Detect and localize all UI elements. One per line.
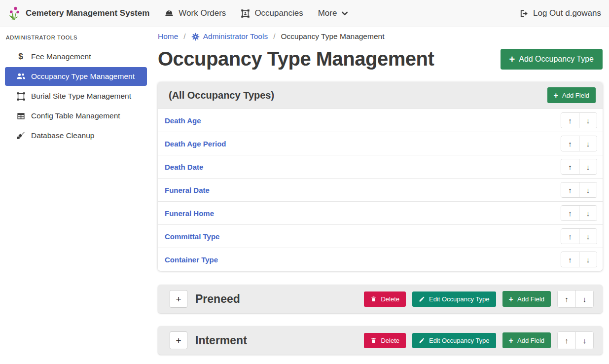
sidebar-item-fee-management[interactable]: $ Fee Management <box>5 47 147 66</box>
occupancy-type-section-interment: + Interment Delete <box>158 326 603 355</box>
plus-icon: + <box>509 54 515 64</box>
tulip-logo-icon <box>8 6 21 21</box>
field-link[interactable]: Death Date <box>165 163 203 171</box>
app-brand[interactable]: Cemetery Management System <box>8 6 149 21</box>
expand-section-button[interactable]: + <box>170 290 187 308</box>
breadcrumb-home-link[interactable]: Home <box>158 32 178 41</box>
field-row: Container Type ↑ ↓ <box>158 248 603 271</box>
nav-item-occupancies[interactable]: Occupancies <box>241 8 303 18</box>
field-link[interactable]: Container Type <box>165 255 218 264</box>
move-up-button[interactable]: ↑ <box>561 136 579 151</box>
field-row: Death Age Period ↑ ↓ <box>158 132 603 155</box>
move-down-button[interactable]: ↓ <box>579 136 597 151</box>
hard-hat-icon <box>164 8 174 18</box>
reorder-buttons: ↑ ↓ <box>561 182 597 198</box>
edit-occupancy-type-button[interactable]: Edit Occupancy Type <box>412 291 496 307</box>
reorder-buttons: ↑ ↓ <box>561 136 597 151</box>
card-header: (All Occupancy Types) + Add Field <box>158 82 603 109</box>
field-link[interactable]: Committal Type <box>165 232 219 241</box>
field-row: Committal Type ↑ ↓ <box>158 224 603 248</box>
sidebar-item-label: Occupancy Type Management <box>31 72 135 81</box>
field-row: Funeral Home ↑ ↓ <box>158 201 603 224</box>
pencil-icon <box>419 296 425 302</box>
move-down-button[interactable]: ↓ <box>579 113 597 128</box>
reorder-buttons: ↑ ↓ <box>561 252 597 267</box>
card-title: (All Occupancy Types) <box>169 90 274 101</box>
reorder-buttons: ↑ ↓ <box>561 159 597 175</box>
nav-item-work-orders[interactable]: Work Orders <box>164 8 226 18</box>
sidebar-item-label: Config Table Management <box>31 111 120 120</box>
delete-occupancy-type-button[interactable]: Delete <box>364 333 406 348</box>
move-down-button[interactable]: ↓ <box>579 252 597 267</box>
sidebar-heading: ADMINISTRATOR TOOLS <box>0 31 153 47</box>
users-icon <box>15 72 27 81</box>
move-up-button[interactable]: ↑ <box>561 252 579 267</box>
reorder-buttons: ↑ ↓ <box>561 112 597 128</box>
nav-item-label: Work Orders <box>179 8 226 18</box>
move-up-button[interactable]: ↑ <box>561 159 579 174</box>
occupancy-type-section-preneed: + Preneed Delete <box>158 285 603 313</box>
reorder-buttons: ↑ ↓ <box>557 331 594 349</box>
section-title: Preneed <box>195 292 240 306</box>
breadcrumb-separator: / <box>273 32 275 41</box>
add-field-button[interactable]: + Add Field <box>502 291 551 307</box>
breadcrumb-current: Occupancy Type Management <box>281 32 385 41</box>
move-down-button[interactable]: ↓ <box>575 291 593 307</box>
table-icon <box>15 111 27 121</box>
field-link[interactable]: Death Age <box>165 116 201 125</box>
move-up-button[interactable]: ↑ <box>558 291 575 307</box>
reorder-buttons: ↑ ↓ <box>561 205 597 221</box>
move-down-button[interactable]: ↓ <box>579 159 597 174</box>
sidebar-item-occupancy-type-management[interactable]: Occupancy Type Management <box>5 67 147 86</box>
logout-button[interactable]: Log Out d.gowans <box>519 8 601 18</box>
sidebar-item-label: Database Cleanup <box>31 131 94 140</box>
reorder-buttons: ↑ ↓ <box>557 290 594 308</box>
move-down-button[interactable]: ↓ <box>579 229 597 244</box>
all-occupancy-types-card: (All Occupancy Types) + Add Field Death … <box>158 82 603 271</box>
move-up-button[interactable]: ↑ <box>561 206 579 220</box>
broom-icon <box>15 131 27 141</box>
move-down-button[interactable]: ↓ <box>579 206 597 220</box>
sidebar-item-label: Burial Site Type Management <box>31 92 131 101</box>
field-link[interactable]: Funeral Home <box>165 209 214 218</box>
dollar-icon: $ <box>15 52 27 62</box>
expand-section-button[interactable]: + <box>170 331 187 349</box>
sidebar-item-burial-site-type-management[interactable]: Burial Site Type Management <box>5 87 147 106</box>
field-link[interactable]: Death Age Period <box>165 140 226 148</box>
move-up-button[interactable]: ↑ <box>561 229 579 244</box>
edit-occupancy-type-button[interactable]: Edit Occupancy Type <box>412 333 496 348</box>
sidebar-item-config-table-management[interactable]: Config Table Management <box>5 107 147 125</box>
main-content: Home / <box>153 27 609 364</box>
sidebar-item-label: Fee Management <box>31 52 91 61</box>
reorder-buttons: ↑ ↓ <box>561 228 597 244</box>
trash-icon <box>370 295 377 302</box>
chevron-down-icon <box>341 10 348 17</box>
pencil-icon <box>419 337 425 344</box>
move-up-button[interactable]: ↑ <box>558 332 575 349</box>
field-row: Funeral Date ↑ ↓ <box>158 178 603 201</box>
breadcrumb-admin-tools-link[interactable]: Administrator Tools <box>191 32 268 41</box>
plus-icon: + <box>509 295 514 303</box>
trash-icon <box>370 337 377 344</box>
app-title: Cemetery Management System <box>26 8 149 18</box>
move-down-button[interactable]: ↓ <box>579 182 597 197</box>
logout-label: Log Out d.gowans <box>533 8 601 18</box>
add-field-button[interactable]: + Add Field <box>547 87 596 103</box>
field-link[interactable]: Funeral Date <box>165 186 210 194</box>
move-up-button[interactable]: ↑ <box>561 113 579 128</box>
sidebar-item-database-cleanup[interactable]: Database Cleanup <box>5 126 147 145</box>
delete-occupancy-type-button[interactable]: Delete <box>364 291 406 307</box>
top-navbar: Cemetery Management System Work Orders <box>0 0 609 27</box>
field-row: Death Date ↑ ↓ <box>158 155 603 178</box>
breadcrumb: Home / <box>158 32 603 41</box>
section-title: Interment <box>195 334 247 347</box>
field-row: Death Age ↑ ↓ <box>158 109 603 132</box>
add-field-button[interactable]: + Add Field <box>502 332 551 348</box>
nav-item-more[interactable]: More <box>318 8 349 18</box>
breadcrumb-section-label: Administrator Tools <box>203 32 268 41</box>
plus-icon: + <box>509 336 514 344</box>
plus-icon: + <box>554 91 559 99</box>
move-up-button[interactable]: ↑ <box>561 182 579 197</box>
add-occupancy-type-button[interactable]: + Add Occupancy Type <box>501 49 603 70</box>
move-down-button[interactable]: ↓ <box>575 332 593 349</box>
